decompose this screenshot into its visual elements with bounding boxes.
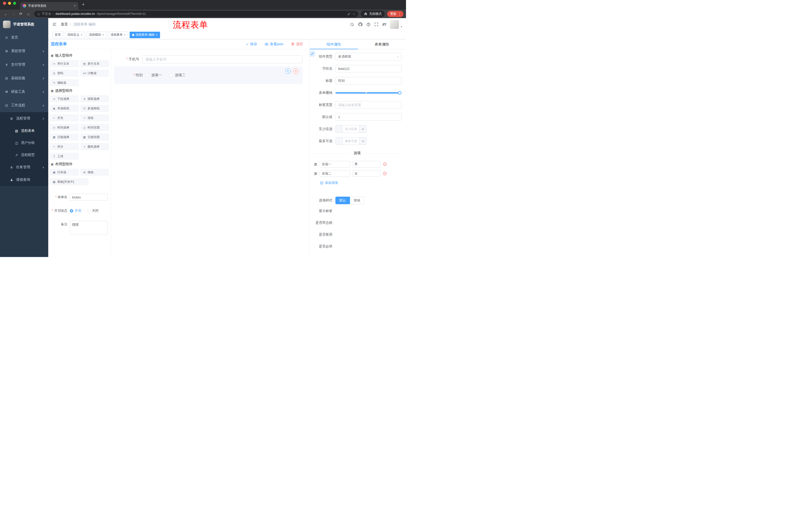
component-chip-date-range[interactable]: ▩ 日期范围 — [81, 134, 109, 140]
drag-handle-icon[interactable] — [314, 162, 318, 166]
component-chip-rate[interactable]: ☆ 评分 — [50, 143, 79, 150]
avatar[interactable] — [390, 20, 399, 29]
tag-close-icon[interactable]: × — [156, 33, 157, 37]
tag-close-icon[interactable]: × — [81, 33, 82, 37]
component-chip-table[interactable]: ▦ 表格[开发中] — [50, 179, 88, 185]
stepper-increase-button[interactable]: + — [359, 126, 366, 133]
style-default-button[interactable]: 默认 — [336, 197, 350, 204]
stepper-increase-button[interactable]: + — [359, 138, 366, 144]
tag-process-form[interactable]: 流程表单 × — [108, 32, 128, 38]
update-button[interactable]: 更新 ⋮ — [387, 11, 404, 17]
zoom-window-button[interactable] — [13, 2, 16, 5]
component-chip-single-text[interactable]: ▭ 单行文本 — [50, 60, 79, 67]
option-value-input[interactable] — [352, 170, 381, 177]
component-chip-editor[interactable]: ✎ 编辑器 — [50, 79, 79, 86]
stepper-decrease-button[interactable] — [336, 138, 343, 144]
component-chip-color-picker[interactable]: ◑ 颜色选择 — [81, 143, 109, 150]
search-icon[interactable] — [350, 22, 354, 27]
copy-component-button[interactable] — [285, 69, 291, 74]
tag-close-icon[interactable]: × — [124, 33, 126, 37]
sidebar-item-task-mgmt[interactable]: ⋔ 任务管理 ∨ — [0, 161, 48, 173]
bookmark-star-icon[interactable]: ☆ — [352, 12, 355, 16]
title-input[interactable] — [336, 77, 402, 84]
sidebar-item-home[interactable]: ⊙ 首页 — [0, 31, 48, 44]
sidebar-item-workflow[interactable]: ⊡ 工作流程 ∧ — [0, 99, 48, 112]
component-chip-select[interactable]: ⊙ 下拉选择 — [50, 96, 79, 102]
new-tab-button[interactable]: + — [82, 2, 85, 7]
component-chip-password[interactable]: 密码 — [50, 70, 79, 77]
breadcrumb-home[interactable]: 首页 — [61, 22, 68, 27]
component-chip-switch[interactable]: ◐ 开关 — [50, 115, 79, 121]
sidebar-item-devtools[interactable]: ⚒ 研发工具 ∨ — [0, 85, 48, 99]
home-button[interactable]: ⌂ — [25, 12, 32, 16]
checkbox-option-1[interactable]: 选项一 — [146, 73, 162, 77]
tag-process-model[interactable]: 流程模型 × — [86, 32, 107, 38]
back-button[interactable]: ← — [2, 12, 9, 16]
sidebar-item-process-mgmt[interactable]: ≣ 流程管理 ∧ — [0, 112, 48, 125]
style-button-button[interactable]: 按钮 — [350, 197, 364, 204]
form-canvas[interactable]: 手机号 — [111, 49, 310, 257]
browser-menu-icon[interactable]: ⋮ — [398, 12, 402, 16]
fullscreen-icon[interactable] — [374, 22, 378, 26]
field-name-input[interactable] — [336, 65, 402, 73]
component-chip-button[interactable]: ⊞ 按钮 — [81, 169, 109, 175]
github-icon[interactable] — [358, 22, 362, 27]
help-icon[interactable] — [366, 22, 371, 27]
checkbox-box[interactable] — [146, 74, 149, 77]
sidebar-toggle-button[interactable] — [52, 22, 57, 27]
save-button[interactable]: ✓ 保存 — [246, 42, 257, 47]
option-label-input[interactable] — [320, 161, 350, 167]
default-value-input[interactable] — [336, 113, 402, 121]
form-remark-textarea[interactable]: 嘿嘿 — [70, 221, 108, 235]
checkbox-box[interactable] — [169, 74, 173, 77]
sidebar-logo[interactable]: 芋道管理系统 — [0, 18, 48, 31]
radio-status-off[interactable]: 关闭 — [87, 207, 98, 214]
font-size-icon[interactable]: ⇵T — [382, 23, 386, 26]
remove-option-button[interactable] — [383, 171, 387, 175]
browser-tab[interactable]: 芋道管理系统 × — [20, 2, 78, 9]
sidebar-item-system[interactable]: ⚙ 系统管理 ∨ — [0, 44, 48, 58]
remove-option-button[interactable] — [383, 162, 387, 166]
component-chip-time-range[interactable]: ◶ 时间范围 — [81, 124, 109, 131]
phone-field-input[interactable] — [142, 55, 302, 63]
tag-close-icon[interactable]: × — [102, 33, 104, 37]
slider-track[interactable] — [336, 92, 400, 93]
component-chip-textarea[interactable]: ▤ 多行文本 — [81, 60, 109, 67]
password-key-icon[interactable] — [347, 12, 351, 16]
reload-button[interactable]: ⟳ — [18, 11, 24, 16]
tab-form-props[interactable]: 表单属性 — [358, 39, 406, 49]
slider-handle[interactable] — [398, 91, 402, 94]
checkbox-option-2[interactable]: 选项二 — [169, 73, 185, 77]
drag-handle-icon[interactable] — [314, 172, 318, 175]
sidebar-item-payment[interactable]: ¥ 支付管理 ∨ — [0, 58, 48, 72]
label-width-input[interactable] — [336, 101, 402, 109]
view-json-button[interactable]: 查看json — [265, 42, 283, 47]
component-type-select[interactable]: 多选框组 ∨ — [336, 53, 402, 60]
min-select-value[interactable]: 至少应选 — [343, 126, 359, 133]
option-value-input[interactable] — [352, 161, 381, 167]
security-warning-icon[interactable]: ⚠ — [37, 12, 40, 16]
close-window-button[interactable] — [3, 2, 6, 5]
sidebar-item-process-form[interactable]: ▤ 流程表单 — [0, 125, 48, 137]
component-chip-radio-group[interactable]: ◉ 单选框组 — [50, 105, 79, 112]
max-select-value[interactable]: 最多可选 — [343, 138, 359, 144]
address-bar[interactable]: ⚠ 不安全 | dashboard.yudao.iocoder.cn/bpm/m… — [34, 11, 358, 17]
sidebar-item-process-model[interactable]: ⇗ 流程模型 — [0, 149, 48, 161]
component-chip-time-picker[interactable]: ◷ 时间选择 — [50, 124, 79, 131]
form-name-input[interactable] — [70, 194, 108, 201]
tag-process-definition[interactable]: 流程定义 × — [65, 32, 85, 38]
clear-button[interactable]: 清空 — [291, 42, 303, 47]
option-label-input[interactable] — [320, 170, 350, 177]
component-chip-date-picker[interactable]: ▦ 日期选择 — [50, 134, 79, 140]
tab-component-props[interactable]: 组件属性 — [310, 39, 358, 49]
field-link-button[interactable] — [310, 51, 315, 56]
grid-slider[interactable] — [336, 89, 402, 97]
delete-component-button[interactable] — [293, 69, 298, 74]
sidebar-item-leave-query[interactable]: ♟ 请假查询 — [0, 173, 48, 186]
component-chip-counter[interactable]: 123 计数器 — [81, 70, 109, 77]
stepper-decrease-button[interactable] — [336, 126, 343, 133]
component-chip-slider[interactable]: ⊸ 滑块 — [81, 115, 109, 121]
component-chip-checkbox-group[interactable]: ☑ 多选框组 — [81, 105, 109, 112]
tag-process-form-edit[interactable]: 流程表单-编辑 × — [129, 32, 160, 38]
minimize-window-button[interactable] — [8, 2, 11, 5]
